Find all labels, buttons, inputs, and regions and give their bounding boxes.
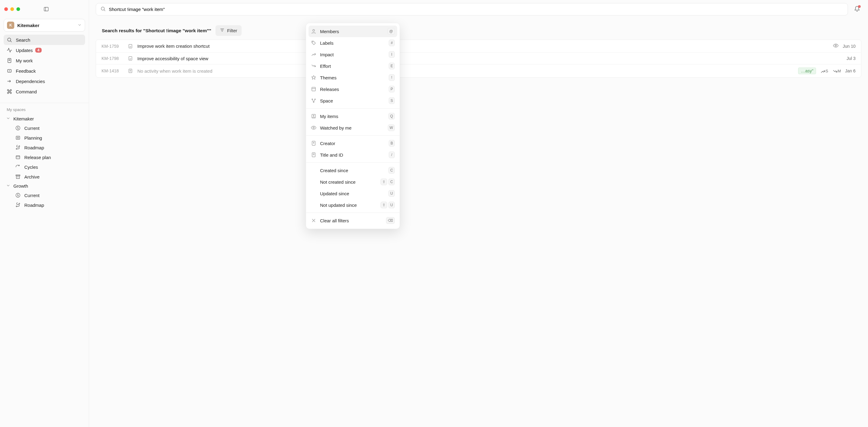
sidebar-label: Updates xyxy=(16,48,33,53)
kbd-hint: ⌫ xyxy=(386,217,395,224)
window-controls xyxy=(4,7,20,11)
space-sub-label: Roadmap xyxy=(24,145,44,150)
filter-option[interactable]: ReleasesP xyxy=(306,83,400,95)
filter-option[interactable]: Clear all filters⌫ xyxy=(306,215,400,226)
impact-icon xyxy=(311,52,316,57)
filter-icon xyxy=(220,28,225,33)
svg-point-24 xyxy=(101,7,104,10)
dependencies-icon xyxy=(7,79,12,84)
space-icon xyxy=(311,98,316,104)
space-name: Kitemaker xyxy=(13,116,34,121)
kbd-hint: P xyxy=(389,86,395,92)
filter-option[interactable]: Watched by meW xyxy=(306,122,400,134)
space-header[interactable]: Kitemaker xyxy=(0,114,89,123)
space-sub-label: Roadmap xyxy=(24,203,44,208)
result-row[interactable]: KM-1759Improve work item creation shortc… xyxy=(96,40,861,53)
sidebar-item-search[interactable]: Search xyxy=(4,35,85,45)
close-window[interactable] xyxy=(4,7,8,11)
eye-icon xyxy=(833,43,839,49)
kbd-hint: / xyxy=(389,151,395,158)
filter-option-label: Members xyxy=(320,29,384,34)
workspace-switcher[interactable]: K Kitemaker xyxy=(4,19,85,32)
filter-option-label: Watched by me xyxy=(320,125,384,131)
chevron-down-icon xyxy=(6,116,10,121)
space-sub-item[interactable]: Current xyxy=(0,190,89,200)
row-id: KM-1418 xyxy=(101,68,123,73)
svg-marker-37 xyxy=(312,76,316,79)
maximize-window[interactable] xyxy=(17,7,20,11)
space-sub-item[interactable]: Archive xyxy=(0,172,89,181)
filter-option[interactable]: ImpactI xyxy=(306,49,400,60)
labels-icon xyxy=(311,40,316,46)
filter-option[interactable]: EffortE xyxy=(306,60,400,72)
workspace-avatar: K xyxy=(7,22,14,29)
chevron-down-icon xyxy=(6,183,10,189)
command-icon xyxy=(7,89,12,94)
kbd-hint: U xyxy=(389,202,395,208)
filter-option[interactable]: Title and ID/ xyxy=(306,149,400,161)
members-icon xyxy=(311,29,316,34)
space-sub-item[interactable]: Planning xyxy=(0,133,89,143)
label-pill: …asy" xyxy=(798,67,816,74)
space-sub-item[interactable]: Roadmap xyxy=(0,200,89,210)
sidebar-item-feedback[interactable]: Feedback xyxy=(4,66,85,76)
sidebar: K Kitemaker Search Updates 4 xyxy=(0,0,89,427)
sidebar-label: Dependencies xyxy=(16,79,45,84)
sidebar-label: Search xyxy=(16,37,30,42)
filter-option[interactable]: My itemsQ xyxy=(306,110,400,122)
search-input[interactable] xyxy=(109,7,843,12)
result-row[interactable]: KM-1418No activity when work item is cre… xyxy=(96,64,861,77)
search-icon xyxy=(100,6,106,12)
kbd-hint: U xyxy=(389,190,395,197)
row-id: KM-1759 xyxy=(101,44,123,49)
svg-line-3 xyxy=(10,41,11,42)
filter-option[interactable]: Members@ xyxy=(308,26,397,37)
svg-point-46 xyxy=(313,115,314,116)
filter-option[interactable]: Not created since⇧C xyxy=(306,176,400,188)
filter-option[interactable]: SpaceS xyxy=(306,95,400,107)
kbd-hint: ! xyxy=(389,74,395,81)
space-sub-item[interactable]: Release plan xyxy=(0,152,89,162)
filter-option-label: Clear all filters xyxy=(320,218,382,223)
sidebar-item-updates[interactable]: Updates 4 xyxy=(4,45,85,55)
row-title: No activity when work item is created xyxy=(137,68,794,74)
search-icon xyxy=(7,37,12,42)
filter-option[interactable]: CreatorB xyxy=(306,138,400,149)
sidebar-item-mywork[interactable]: My work xyxy=(4,55,85,66)
plan-icon xyxy=(15,154,21,160)
space-sub-item[interactable]: Cycles xyxy=(0,162,89,172)
title-icon xyxy=(311,152,316,158)
clear-icon xyxy=(311,218,316,223)
space-sub-label: Current xyxy=(24,125,39,131)
sidebar-item-dependencies[interactable]: Dependencies xyxy=(4,76,85,86)
route-icon xyxy=(15,202,21,208)
space-header[interactable]: Growth xyxy=(0,181,89,190)
sidebar-toggle-icon[interactable] xyxy=(42,5,51,13)
results-heading: Search results for "Shortcut !image "wor… xyxy=(102,28,211,33)
meta-chip: M xyxy=(832,69,841,73)
filter-option[interactable]: Not updated since⇧U xyxy=(306,199,400,211)
notifications-button[interactable] xyxy=(853,5,861,14)
minimize-window[interactable] xyxy=(10,7,14,11)
filter-option[interactable]: Labels# xyxy=(306,37,400,49)
space-sub-label: Archive xyxy=(24,174,39,179)
space-sub-item[interactable]: Current xyxy=(0,123,89,133)
filter-option[interactable]: Updated sinceU xyxy=(306,188,400,199)
work-item-icon xyxy=(128,56,133,61)
bolt-icon xyxy=(15,193,21,198)
inbox-icon xyxy=(7,68,12,74)
search-input-container[interactable] xyxy=(96,3,848,16)
filter-option[interactable]: Themes! xyxy=(306,72,400,83)
sidebar-item-command[interactable]: Command xyxy=(4,86,85,97)
result-row[interactable]: KM-1798Improve accessibility of space vi… xyxy=(96,53,861,64)
kbd-hint: W xyxy=(388,124,395,131)
workspace-name: Kitemaker xyxy=(17,23,39,28)
filter-option[interactable]: Created sinceC xyxy=(306,165,400,176)
row-title: Improve accessibility of space view xyxy=(137,56,842,61)
filter-option-label: Labels xyxy=(320,40,385,46)
chevron-down-icon xyxy=(78,23,82,28)
space-name: Growth xyxy=(13,183,28,189)
space-sub-item[interactable]: Roadmap xyxy=(0,143,89,152)
filter-button[interactable]: Filter xyxy=(215,25,241,36)
bell-icon xyxy=(854,8,860,13)
